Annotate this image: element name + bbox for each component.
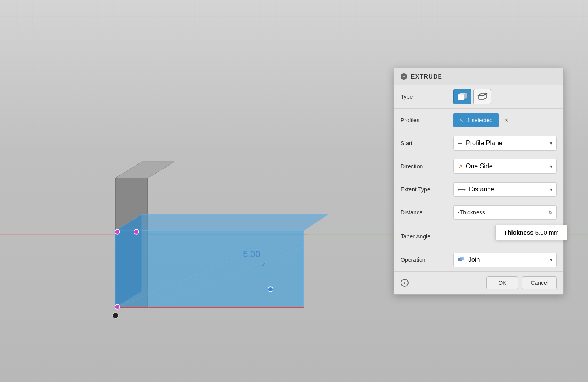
solid-extrude-icon (457, 91, 467, 102)
direction-dropdown[interactable]: ↗ One Side ▾ (453, 159, 557, 174)
type-thin-button[interactable] (473, 89, 491, 104)
profiles-selected-button[interactable]: ↖ 1 selected (453, 113, 499, 127)
panel-footer: i OK Cancel (394, 271, 563, 294)
direction-dropdown-arrow: ▾ (550, 163, 552, 169)
svg-rect-26 (460, 257, 464, 260)
start-controls: ⊢ Profile Plane ▾ (453, 136, 557, 151)
extent-type-dropdown-arrow: ▾ (550, 187, 552, 192)
direction-value: One Side (466, 163, 493, 170)
start-row: Start ⊢ Profile Plane ▾ (394, 132, 563, 155)
operation-row: Operation Join ▾ (394, 248, 563, 271)
type-solid-button[interactable] (453, 89, 471, 104)
direction-row: Direction ↗ One Side ▾ (394, 155, 563, 178)
extent-type-value: Distance (469, 186, 494, 193)
profiles-row: Profiles ↖ 1 selected × (394, 109, 563, 132)
svg-marker-4 (115, 162, 174, 178)
direction-label: Direction (401, 163, 453, 170)
svg-point-12 (134, 229, 139, 234)
fx-label: fx (549, 210, 552, 215)
distance-row: Distance -Thickness fx Thickness 5.00 mm (394, 201, 563, 224)
distance-value: -Thickness (458, 209, 485, 216)
svg-rect-20 (458, 95, 464, 100)
svg-point-11 (115, 229, 120, 234)
tooltip-label: Thickness (504, 229, 533, 236)
panel-body: Type (394, 85, 563, 271)
tooltip-text: Thickness 5.00 mm (504, 229, 559, 236)
svg-point-14 (268, 287, 273, 292)
type-row: Type (394, 85, 563, 109)
svg-line-10 (148, 247, 304, 308)
svg-marker-6 (115, 214, 328, 231)
tooltip-value: 5.00 mm (535, 229, 559, 236)
cursor-icon: ↖ (459, 117, 464, 123)
profile-plane-icon: ⊢ (458, 140, 462, 146)
cancel-button[interactable]: Cancel (522, 276, 557, 289)
svg-rect-21 (479, 95, 484, 99)
type-controls (453, 89, 557, 104)
join-icon (458, 256, 465, 263)
svg-text:↙: ↙ (261, 261, 266, 267)
type-label: Type (401, 93, 453, 100)
dimension-value-label: 5.00 (243, 249, 260, 259)
extent-type-dropdown[interactable]: ⟷ Distance ▾ (453, 182, 557, 197)
panel-header-icon: − (401, 73, 407, 80)
extent-icon: ⟷ (458, 186, 466, 193)
start-dropdown-left: ⊢ Profile Plane (458, 140, 503, 147)
direction-dropdown-left: ↗ One Side (458, 163, 493, 170)
operation-value: Join (468, 256, 480, 263)
start-dropdown[interactable]: ⊢ Profile Plane ▾ (453, 136, 557, 151)
panel-title: EXTRUDE (411, 73, 442, 80)
operation-label: Operation (401, 257, 453, 263)
panel-header: − EXTRUDE (394, 68, 563, 85)
extent-type-label: Extent Type (401, 186, 453, 193)
svg-point-15 (113, 313, 118, 318)
direction-controls: ↗ One Side ▾ (453, 159, 557, 174)
operation-dropdown-arrow: ▾ (550, 257, 552, 263)
svg-point-13 (115, 304, 120, 309)
distance-label: Distance (401, 209, 453, 216)
svg-line-9 (115, 243, 275, 308)
extent-type-row: Extent Type ⟷ Distance ▾ (394, 178, 563, 201)
profiles-selected-text: 1 selected (467, 117, 493, 123)
profiles-controls: ↖ 1 selected × (453, 113, 557, 127)
svg-marker-3 (115, 178, 148, 308)
ok-button[interactable]: OK (486, 276, 518, 289)
start-dropdown-arrow: ▾ (550, 140, 552, 146)
start-value: Profile Plane (466, 140, 503, 147)
svg-marker-5 (115, 231, 304, 308)
operation-dropdown[interactable]: Join ▾ (453, 253, 557, 267)
profiles-clear-button[interactable]: × (501, 115, 512, 126)
extent-type-controls: ⟷ Distance ▾ (453, 182, 557, 197)
taper-angle-label: Taper Angle (401, 233, 453, 240)
direction-icon: ↗ (458, 163, 462, 170)
thin-extrude-icon (477, 91, 488, 102)
distance-controls: -Thickness fx (453, 205, 557, 220)
distance-input[interactable]: -Thickness fx (453, 205, 557, 220)
extrude-panel: − EXTRUDE Type (394, 68, 564, 295)
svg-marker-23 (484, 93, 487, 99)
thickness-tooltip: Thickness 5.00 mm (495, 225, 567, 240)
svg-marker-7 (115, 214, 142, 308)
info-icon[interactable]: i (401, 279, 409, 287)
operation-controls: Join ▾ (453, 253, 557, 267)
operation-dropdown-left: Join (458, 256, 480, 263)
extent-type-dropdown-left: ⟷ Distance (458, 186, 494, 193)
start-label: Start (401, 140, 453, 146)
profiles-label: Profiles (401, 117, 453, 123)
